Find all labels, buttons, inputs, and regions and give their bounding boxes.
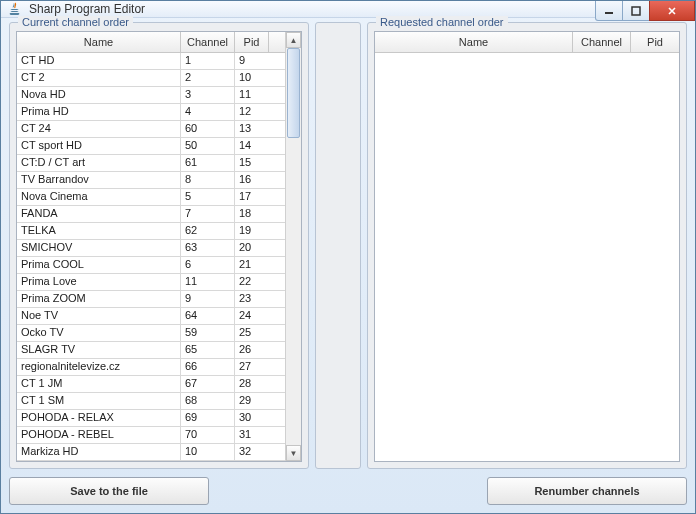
header-pid[interactable]: Pid: [631, 32, 679, 52]
table-row[interactable]: Prima ZOOM923: [17, 291, 285, 308]
table-row[interactable]: CT:D / CT art6115: [17, 155, 285, 172]
cell-pid: 32: [235, 444, 285, 460]
table-row[interactable]: Prima Love1122: [17, 274, 285, 291]
renumber-button[interactable]: Renumber channels: [487, 477, 687, 505]
table-row[interactable]: TV Barrandov816: [17, 172, 285, 189]
scroll-thumb[interactable]: [287, 48, 300, 138]
cell-name: Prima HD: [17, 104, 181, 120]
cell-pid: 24: [235, 308, 285, 324]
table-row[interactable]: CT 1 JM6728: [17, 376, 285, 393]
app-window: Sharp Program Editor Current channel ord…: [0, 0, 696, 514]
cell-channel: 3: [181, 87, 235, 103]
cell-channel: 50: [181, 138, 235, 154]
table-row[interactable]: Ocko TV5925: [17, 325, 285, 342]
close-button[interactable]: [649, 1, 695, 21]
scroll-up-button[interactable]: ▲: [286, 32, 301, 48]
cell-pid: 15: [235, 155, 285, 171]
cell-name: CT HD: [17, 53, 181, 69]
header-name[interactable]: Name: [17, 32, 181, 52]
cell-name: FANDA: [17, 206, 181, 222]
cell-channel: 2: [181, 70, 235, 86]
current-table: Name Channel Pid CT HD19CT 2210Nova HD31…: [16, 31, 302, 462]
cell-name: Prima COOL: [17, 257, 181, 273]
requested-order-legend: Requested channel order: [376, 16, 508, 28]
svg-rect-0: [605, 12, 613, 14]
cell-channel: 68: [181, 393, 235, 409]
table-row[interactable]: Nova HD311: [17, 87, 285, 104]
cell-channel: 65: [181, 342, 235, 358]
cell-name: CT 1 JM: [17, 376, 181, 392]
table-row[interactable]: regionalnitelevize.cz6627: [17, 359, 285, 376]
current-order-panel: Current channel order Name Channel Pid C…: [9, 22, 309, 469]
table-row[interactable]: TELKA6219: [17, 223, 285, 240]
table-row[interactable]: Prima COOL621: [17, 257, 285, 274]
scroll-track[interactable]: [286, 48, 301, 445]
cell-pid: 12: [235, 104, 285, 120]
window-controls: [596, 1, 695, 21]
table-row[interactable]: CT HD19: [17, 53, 285, 70]
cell-name: Ocko TV: [17, 325, 181, 341]
table-row[interactable]: POHODA - REBEL7031: [17, 427, 285, 444]
cell-pid: 29: [235, 393, 285, 409]
cell-channel: 63: [181, 240, 235, 256]
cell-name: CT 1 SM: [17, 393, 181, 409]
table-row[interactable]: POHODA - RELAX6930: [17, 410, 285, 427]
cell-name: Nova HD: [17, 87, 181, 103]
cell-name: Prima Love: [17, 274, 181, 290]
vertical-scrollbar[interactable]: ▲▼: [285, 32, 301, 461]
table-row[interactable]: CT 2210: [17, 70, 285, 87]
cell-name: CT:D / CT art: [17, 155, 181, 171]
table-row[interactable]: FANDA718: [17, 206, 285, 223]
svg-rect-1: [632, 7, 640, 15]
header-pid[interactable]: Pid: [235, 32, 269, 52]
cell-name: SLAGR TV: [17, 342, 181, 358]
table-row[interactable]: SMICHOV6320: [17, 240, 285, 257]
header-channel[interactable]: Channel: [181, 32, 235, 52]
cell-channel: 59: [181, 325, 235, 341]
cell-name: Nova Cinema: [17, 189, 181, 205]
cell-pid: 19: [235, 223, 285, 239]
cell-name: CT sport HD: [17, 138, 181, 154]
cell-pid: 9: [235, 53, 285, 69]
minimize-button[interactable]: [595, 1, 623, 21]
cell-pid: 21: [235, 257, 285, 273]
cell-channel: 9: [181, 291, 235, 307]
table-row[interactable]: CT sport HD5014: [17, 138, 285, 155]
cell-channel: 4: [181, 104, 235, 120]
current-table-body[interactable]: CT HD19CT 2210Nova HD311Prima HD412CT 24…: [17, 53, 285, 461]
requested-table-body[interactable]: [375, 53, 679, 461]
table-row[interactable]: CT 1 SM6829: [17, 393, 285, 410]
scroll-down-button[interactable]: ▼: [286, 445, 301, 461]
cell-channel: 69: [181, 410, 235, 426]
current-table-header: Name Channel Pid: [17, 32, 285, 53]
cell-name: Markiza HD: [17, 444, 181, 460]
cell-pid: 22: [235, 274, 285, 290]
save-button[interactable]: Save to the file: [9, 477, 209, 505]
requested-table-header: Name Channel Pid: [375, 32, 679, 53]
cell-pid: 11: [235, 87, 285, 103]
cell-channel: 66: [181, 359, 235, 375]
header-name[interactable]: Name: [375, 32, 573, 52]
table-row[interactable]: Markiza HD1032: [17, 444, 285, 461]
table-row[interactable]: CT 246013: [17, 121, 285, 138]
cell-pid: 31: [235, 427, 285, 443]
maximize-button[interactable]: [622, 1, 650, 21]
content-area: Current channel order Name Channel Pid C…: [1, 18, 695, 513]
cell-pid: 23: [235, 291, 285, 307]
cell-pid: 27: [235, 359, 285, 375]
table-row[interactable]: Prima HD412: [17, 104, 285, 121]
cell-pid: 10: [235, 70, 285, 86]
cell-name: TELKA: [17, 223, 181, 239]
cell-pid: 13: [235, 121, 285, 137]
header-channel[interactable]: Channel: [573, 32, 631, 52]
table-row[interactable]: SLAGR TV6526: [17, 342, 285, 359]
window-title: Sharp Program Editor: [29, 2, 145, 16]
cell-pid: 26: [235, 342, 285, 358]
requested-order-panel: Requested channel order Name Channel Pid: [367, 22, 687, 469]
cell-name: SMICHOV: [17, 240, 181, 256]
table-row[interactable]: Nova Cinema517: [17, 189, 285, 206]
cell-pid: 28: [235, 376, 285, 392]
cell-pid: 16: [235, 172, 285, 188]
table-row[interactable]: Noe TV6424: [17, 308, 285, 325]
cell-pid: 17: [235, 189, 285, 205]
